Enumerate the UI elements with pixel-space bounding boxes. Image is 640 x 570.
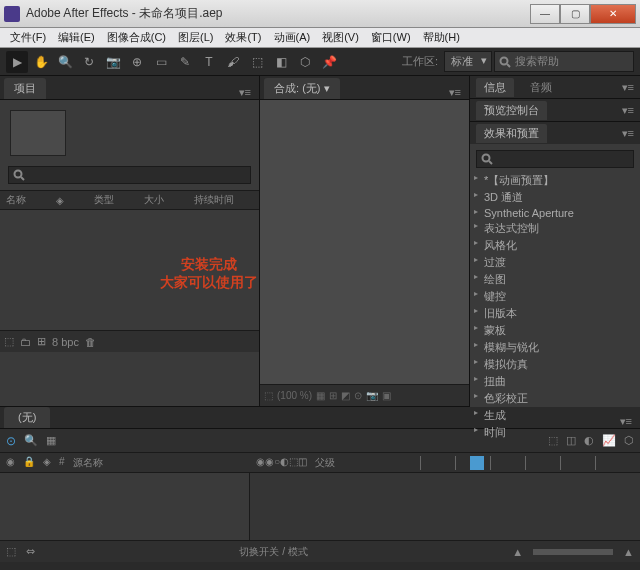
effect-category[interactable]: 3D 通道 xyxy=(470,189,640,206)
workspace-dropdown[interactable]: 标准 xyxy=(444,51,492,72)
effect-category[interactable]: 生成 xyxy=(470,407,640,424)
brush-tool[interactable]: 🖌 xyxy=(222,51,244,73)
maximize-button[interactable]: ▢ xyxy=(560,4,590,24)
resolution-icon[interactable]: ▦ xyxy=(316,390,325,401)
trash-icon[interactable]: 🗑 xyxy=(85,336,96,348)
comp-panel-menu-icon[interactable]: ▾≡ xyxy=(445,86,465,99)
project-panel-menu-icon[interactable]: ▾≡ xyxy=(235,86,255,99)
menu-animation[interactable]: 动画(A) xyxy=(268,28,317,47)
tab-preview[interactable]: 预览控制台 xyxy=(476,101,547,120)
magnify-icon[interactable]: ⬚ xyxy=(264,390,273,401)
tab-composition[interactable]: 合成: (无) ▾ xyxy=(264,78,340,99)
label-col-icon[interactable]: ◈ xyxy=(43,456,51,470)
expand-icon[interactable]: ⇔ xyxy=(26,545,35,558)
col-parent[interactable]: 父级 xyxy=(315,456,335,470)
eraser-tool[interactable]: ◧ xyxy=(270,51,292,73)
effect-category[interactable]: *【动画预置】 xyxy=(470,172,640,189)
grid-icon[interactable]: ⊞ xyxy=(329,390,337,401)
eye-col-icon[interactable]: ◉ xyxy=(6,456,15,470)
hand-tool[interactable]: ✋ xyxy=(30,51,52,73)
effect-category[interactable]: 旧版本 xyxy=(470,305,640,322)
timeline-body[interactable] xyxy=(0,473,640,540)
timecode[interactable]: ⊙ xyxy=(6,434,16,448)
effect-category[interactable]: Synthetic Aperture xyxy=(470,206,640,220)
effect-category[interactable]: 时间 xyxy=(470,424,640,441)
col-tag-icon[interactable]: ◈ xyxy=(56,195,64,206)
time-ruler[interactable] xyxy=(420,456,630,470)
zoom-slider-in-icon[interactable]: ▲ xyxy=(623,546,634,558)
menu-file[interactable]: 文件(F) xyxy=(4,28,52,47)
toggle-switches-icon[interactable]: ⬚ xyxy=(6,545,16,558)
time-icon[interactable]: ⊙ xyxy=(354,390,362,401)
anchor-tool[interactable]: ⊕ xyxy=(126,51,148,73)
col-type[interactable]: 类型 xyxy=(94,193,114,207)
menu-compose[interactable]: 图像合成(C) xyxy=(101,28,172,47)
toggle-mode-button[interactable]: 切换开关 / 模式 xyxy=(239,545,307,559)
zoom-slider[interactable] xyxy=(533,549,613,555)
effect-category[interactable]: 键控 xyxy=(470,288,640,305)
effect-category[interactable]: 色彩校正 xyxy=(470,390,640,407)
project-list[interactable]: 安装完成 大家可以使用了 xyxy=(0,210,259,330)
folder-icon[interactable]: 🗀 xyxy=(20,336,31,348)
effect-category[interactable]: 模拟仿真 xyxy=(470,356,640,373)
effects-search[interactable] xyxy=(476,150,634,168)
col-source[interactable]: 源名称 xyxy=(73,456,103,470)
col-size[interactable]: 大小 xyxy=(144,193,164,207)
effect-category[interactable]: 过渡 xyxy=(470,254,640,271)
tab-timeline[interactable]: (无) xyxy=(4,407,50,428)
text-tool[interactable]: T xyxy=(198,51,220,73)
window-titlebar: Adobe After Effects - 未命名项目.aep — ▢ ✕ xyxy=(0,0,640,28)
selection-tool[interactable]: ▶ xyxy=(6,51,28,73)
tab-effects[interactable]: 效果和预置 xyxy=(476,124,547,143)
new-comp-icon[interactable]: ⊞ xyxy=(37,335,46,348)
tab-audio[interactable]: 音频 xyxy=(522,78,560,97)
tab-info[interactable]: 信息 xyxy=(476,78,514,97)
interpret-icon[interactable]: ⬚ xyxy=(4,335,14,348)
effect-category[interactable]: 模糊与锐化 xyxy=(470,339,640,356)
zoom-slider-out-icon[interactable]: ▲ xyxy=(512,546,523,558)
stamp-tool[interactable]: ⬚ xyxy=(246,51,268,73)
pen-tool[interactable]: ✎ xyxy=(174,51,196,73)
tab-project[interactable]: 项目 xyxy=(4,78,46,99)
search-icon xyxy=(499,56,511,68)
time-indicator[interactable] xyxy=(470,456,484,470)
effect-category[interactable]: 扭曲 xyxy=(470,373,640,390)
bpc-button[interactable]: 8 bpc xyxy=(52,336,79,348)
snapshot-icon[interactable]: 📷 xyxy=(366,390,378,401)
menu-effect[interactable]: 效果(T) xyxy=(219,28,267,47)
minimize-button[interactable]: — xyxy=(530,4,560,24)
menu-window[interactable]: 窗口(W) xyxy=(365,28,417,47)
camera-tool[interactable]: 📷 xyxy=(102,51,124,73)
effect-category[interactable]: 风格化 xyxy=(470,237,640,254)
effect-category[interactable]: 绘图 xyxy=(470,271,640,288)
menu-view[interactable]: 视图(V) xyxy=(316,28,365,47)
preview-menu-icon[interactable]: ▾≡ xyxy=(622,104,634,117)
effect-category[interactable]: 蒙板 xyxy=(470,322,640,339)
help-search[interactable]: 搜索帮助 xyxy=(494,51,634,72)
info-menu-icon[interactable]: ▾≡ xyxy=(622,81,634,94)
col-name[interactable]: 名称 xyxy=(6,193,26,207)
roto-tool[interactable]: ⬡ xyxy=(294,51,316,73)
effect-category[interactable]: 表达式控制 xyxy=(470,220,640,237)
comp-mini-icon[interactable]: ▦ xyxy=(46,434,56,447)
menu-layer[interactable]: 图层(L) xyxy=(172,28,219,47)
puppet-tool[interactable]: 📌 xyxy=(318,51,340,73)
channel-icon[interactable]: ▣ xyxy=(382,390,391,401)
search-icon[interactable]: 🔍 xyxy=(24,434,38,447)
menu-edit[interactable]: 编辑(E) xyxy=(52,28,101,47)
effects-menu-icon[interactable]: ▾≡ xyxy=(622,127,634,140)
zoom-tool[interactable]: 🔍 xyxy=(54,51,76,73)
timeline-tracks[interactable] xyxy=(250,473,640,540)
rotate-tool[interactable]: ↻ xyxy=(78,51,100,73)
mask-icon[interactable]: ◩ xyxy=(341,390,350,401)
project-search[interactable] xyxy=(8,166,251,184)
layer-list[interactable] xyxy=(0,473,250,540)
close-button[interactable]: ✕ xyxy=(590,4,636,24)
col-duration[interactable]: 持续时间 xyxy=(194,193,234,207)
lock-col-icon[interactable]: 🔒 xyxy=(23,456,35,470)
rect-tool[interactable]: ▭ xyxy=(150,51,172,73)
switches-icon[interactable]: ◉◉○◐⬚◫ xyxy=(256,456,307,470)
zoom-value[interactable]: (100 %) xyxy=(277,390,312,401)
menu-help[interactable]: 帮助(H) xyxy=(417,28,466,47)
composition-viewer[interactable] xyxy=(260,100,469,384)
